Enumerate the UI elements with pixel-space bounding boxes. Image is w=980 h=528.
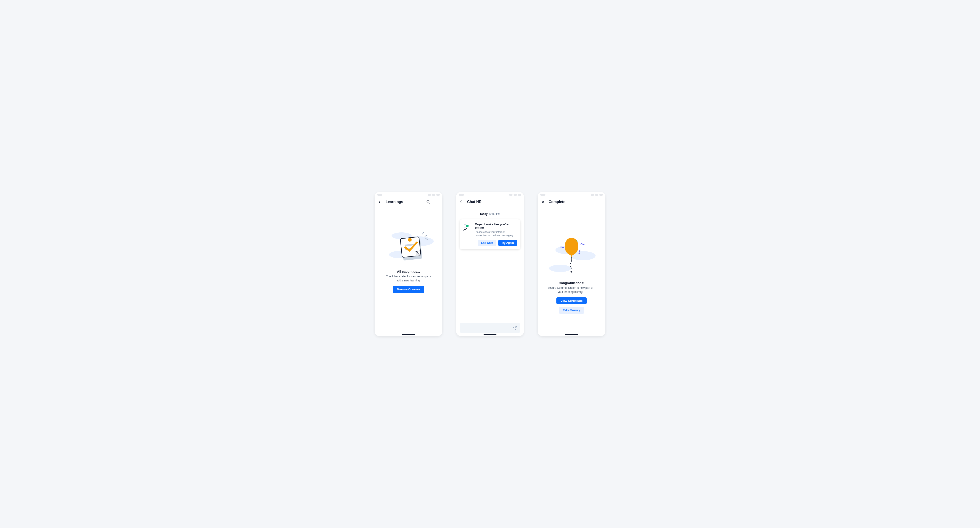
- congrats-state: Congratulations! Secure Communication is…: [546, 232, 597, 314]
- congrats-title: Congratulations!: [546, 281, 597, 285]
- unplugged-icon: [463, 223, 473, 232]
- chat-time-label: 12:00 PM: [488, 212, 500, 215]
- statusbar: [375, 192, 442, 196]
- home-indicator: [402, 334, 415, 335]
- arrow-left-icon: [378, 200, 382, 204]
- statusbar: [456, 192, 524, 196]
- chat-screen: Chat HR Today12:00 PM Oops! Looks like y…: [456, 192, 524, 336]
- appbar: Complete: [538, 196, 605, 206]
- page-title: Learnings: [386, 200, 423, 204]
- offline-description: Please check your internet connection to…: [475, 230, 517, 238]
- statusbar: [538, 192, 605, 196]
- page-title: Complete: [549, 200, 602, 204]
- svg-line-5: [425, 235, 427, 236]
- add-button[interactable]: [434, 199, 439, 204]
- svg-rect-12: [464, 224, 466, 228]
- plus-icon: [435, 200, 439, 204]
- home-indicator: [484, 334, 496, 335]
- home-indicator: [565, 334, 578, 335]
- svg-rect-13: [466, 225, 468, 227]
- try-again-button[interactable]: Try Again: [498, 240, 517, 246]
- close-button[interactable]: [541, 199, 546, 204]
- chat-input-bar[interactable]: [460, 323, 520, 333]
- complete-screen: Complete: [538, 192, 605, 336]
- note-checkmark-illustration: [383, 227, 434, 266]
- back-button[interactable]: [459, 199, 464, 204]
- send-icon: [513, 326, 517, 330]
- offline-alert-card: Oops! Looks like you're offline Please c…: [460, 219, 520, 249]
- svg-line-6: [426, 239, 428, 239]
- learnings-screen: Learnings: [375, 192, 442, 336]
- svg-point-0: [427, 201, 430, 203]
- appbar: Chat HR: [456, 196, 524, 206]
- search-button[interactable]: [426, 199, 431, 204]
- view-certificate-button[interactable]: View Certificate: [557, 297, 587, 304]
- back-button[interactable]: [378, 199, 382, 204]
- chat-day-label: Today: [480, 212, 487, 215]
- offline-title: Oops! Looks like you're offline: [475, 223, 517, 230]
- empty-state: All caught up... Check back later for ne…: [383, 227, 434, 293]
- arrow-left-icon: [460, 200, 464, 204]
- svg-point-18: [549, 265, 571, 272]
- page-title: Chat HR: [467, 200, 521, 204]
- svg-point-19: [565, 238, 578, 255]
- chat-timestamp: Today12:00 PM: [480, 212, 500, 215]
- take-survey-button[interactable]: Take Survey: [559, 306, 584, 314]
- browse-courses-button[interactable]: Browse Courses: [393, 286, 425, 293]
- end-chat-button[interactable]: End Chat: [478, 240, 496, 246]
- empty-description: Check back later for new learnings or ad…: [385, 274, 433, 282]
- appbar: Learnings: [375, 196, 442, 206]
- congrats-description: Secure Communication is now part of your…: [546, 286, 594, 294]
- close-icon: [541, 200, 545, 204]
- balloon-illustration: [546, 232, 597, 278]
- svg-line-4: [423, 232, 423, 234]
- empty-title: All caught up...: [397, 270, 420, 273]
- search-icon: [426, 200, 430, 204]
